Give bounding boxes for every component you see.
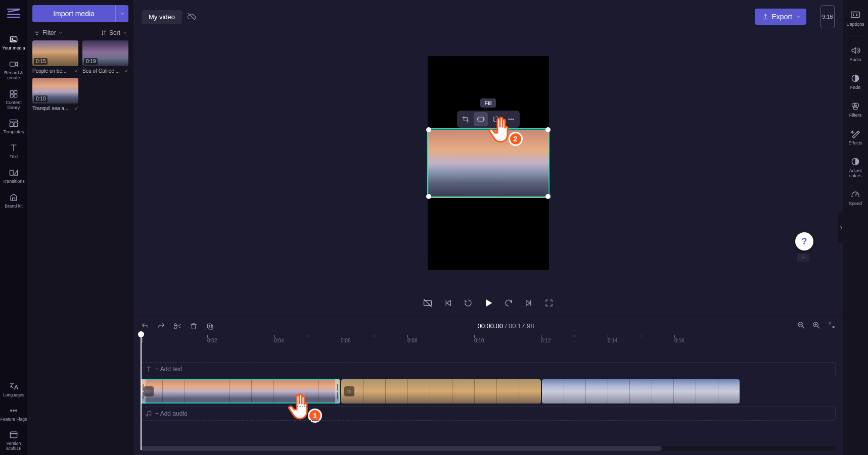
crop-icon xyxy=(462,115,470,123)
trash-icon xyxy=(190,322,198,330)
rail-your-media[interactable]: Your media xyxy=(0,30,27,55)
media-name: Sea of Galilee ... xyxy=(82,68,120,74)
clip-audio-icon[interactable] xyxy=(344,386,354,396)
scrollbar-thumb[interactable] xyxy=(141,446,662,451)
text-icon xyxy=(145,366,152,373)
media-thumb[interactable]: 0:10 xyxy=(32,78,78,104)
zoom-out-button[interactable] xyxy=(797,321,805,331)
cloud-off-icon[interactable] xyxy=(187,12,196,21)
audio-track[interactable]: + Add audio xyxy=(141,407,836,421)
fill-icon xyxy=(477,115,485,123)
effects-panel-button[interactable]: Effects xyxy=(843,125,868,149)
caption-toggle-button[interactable] xyxy=(422,297,433,309)
rail-feature-flags[interactable]: Feature Flags xyxy=(0,401,27,426)
rail-record-create[interactable]: Record & create xyxy=(0,55,27,85)
app-logo xyxy=(6,5,22,21)
tooltip: Fill xyxy=(480,98,495,108)
resize-handle[interactable] xyxy=(426,127,431,132)
undo-button[interactable] xyxy=(141,322,150,331)
effects-icon xyxy=(850,129,860,139)
help-button[interactable]: ? xyxy=(795,232,813,250)
speaker-icon xyxy=(146,388,152,394)
clip-3[interactable] xyxy=(542,379,740,403)
collapse-right-rail[interactable] xyxy=(838,213,845,243)
playhead[interactable] xyxy=(141,334,142,450)
music-icon xyxy=(145,410,152,417)
media-item[interactable]: 0:19 Sea of Galilee ...✓ xyxy=(82,40,128,74)
rail-brand-kit[interactable]: Brand kit xyxy=(0,188,27,213)
left-rail: Your media Record & create Content libra… xyxy=(0,0,27,455)
adjust-colors-button[interactable]: Adjust colors xyxy=(843,153,868,182)
duplicate-button[interactable] xyxy=(205,322,214,331)
speed-panel-button[interactable]: Speed xyxy=(843,185,868,210)
resize-handle[interactable] xyxy=(426,194,431,199)
export-button[interactable]: Export xyxy=(755,9,806,25)
media-item[interactable]: 0:10 Tranquil sea a...✓ xyxy=(32,78,78,111)
clip-audio-icon[interactable] xyxy=(144,386,154,396)
selected-clip-overlay[interactable]: Fill 2 xyxy=(428,129,549,197)
split-button[interactable] xyxy=(173,322,182,331)
video-track[interactable]: 1 xyxy=(141,379,836,403)
rail-label: Version ac5f516 xyxy=(0,441,27,451)
chevron-right-icon xyxy=(839,225,844,230)
fit-button[interactable] xyxy=(828,321,836,331)
resize-handle[interactable] xyxy=(545,194,551,199)
right-rail-label: Adjust colors xyxy=(843,168,868,178)
redo-button[interactable] xyxy=(157,322,166,331)
video-title-field[interactable]: My video xyxy=(142,10,182,24)
skip-prev-icon xyxy=(443,298,452,308)
svg-point-21 xyxy=(174,327,176,329)
preview-canvas[interactable]: Fill 2 xyxy=(428,56,549,270)
svg-rect-6 xyxy=(14,94,17,97)
tick-label: 0:02 xyxy=(207,338,217,343)
time-ruler[interactable]: 0 0:02 0:04 0:06 0:08 0:10 0:12 0:14 0:1… xyxy=(141,335,843,347)
svg-point-20 xyxy=(174,323,176,325)
play-button[interactable] xyxy=(483,297,494,309)
captions-button[interactable]: Captions xyxy=(843,5,868,31)
clip-2[interactable] xyxy=(341,379,541,403)
svg-point-11 xyxy=(11,410,12,412)
transport-bar xyxy=(133,292,843,317)
import-media-dropdown[interactable] xyxy=(115,5,128,22)
crop-button[interactable] xyxy=(459,112,473,126)
scissors-icon xyxy=(173,322,181,330)
media-thumb[interactable]: 0:19 xyxy=(82,40,128,66)
help-expand[interactable] xyxy=(797,254,809,262)
media-item[interactable]: 0:15 People on be...✓ xyxy=(32,40,78,74)
media-thumb[interactable]: 0:15 xyxy=(32,40,78,66)
filters-panel-button[interactable]: Filters xyxy=(843,97,868,122)
prev-frame-button[interactable] xyxy=(442,297,453,309)
rail-label: Feature Flags xyxy=(1,417,27,422)
time-current: 00:00.00 xyxy=(477,322,503,330)
text-track[interactable]: + Add text xyxy=(141,362,836,376)
rail-text[interactable]: Text xyxy=(0,139,27,164)
rail-version[interactable]: Version ac5f516 xyxy=(0,426,27,455)
aspect-ratio-button[interactable]: 9:16 xyxy=(820,5,835,28)
zoom-out-icon xyxy=(797,321,805,329)
resize-handle[interactable] xyxy=(545,127,551,132)
fullscreen-button[interactable] xyxy=(543,297,555,309)
next-frame-button[interactable] xyxy=(523,297,534,309)
trim-handle-right[interactable] xyxy=(335,379,340,403)
audio-panel-button[interactable]: Audio xyxy=(843,41,868,66)
rail-languages[interactable]: Languages xyxy=(0,377,27,401)
forward-button[interactable] xyxy=(503,297,514,309)
timeline-scrollbar[interactable] xyxy=(141,446,836,451)
rail-templates[interactable]: Templates xyxy=(0,114,27,139)
rail-content-library[interactable]: Content library xyxy=(0,85,27,115)
delete-button[interactable] xyxy=(189,322,198,331)
svg-point-28 xyxy=(854,103,858,107)
filter-button[interactable]: Filter xyxy=(33,29,63,36)
svg-point-13 xyxy=(16,410,17,412)
check-icon: ✓ xyxy=(74,68,78,74)
sort-button[interactable]: Sort xyxy=(100,29,127,36)
right-rail-label: Filters xyxy=(849,113,862,118)
rewind-button[interactable] xyxy=(463,297,474,309)
fade-panel-button[interactable]: Fade xyxy=(843,69,868,94)
rail-transitions[interactable]: Transitions xyxy=(0,164,27,188)
svg-rect-4 xyxy=(14,90,17,93)
import-media-button[interactable]: Import media xyxy=(32,5,115,22)
zoom-in-button[interactable] xyxy=(812,321,820,331)
svg-rect-10 xyxy=(10,170,14,175)
fade-icon xyxy=(850,73,860,83)
